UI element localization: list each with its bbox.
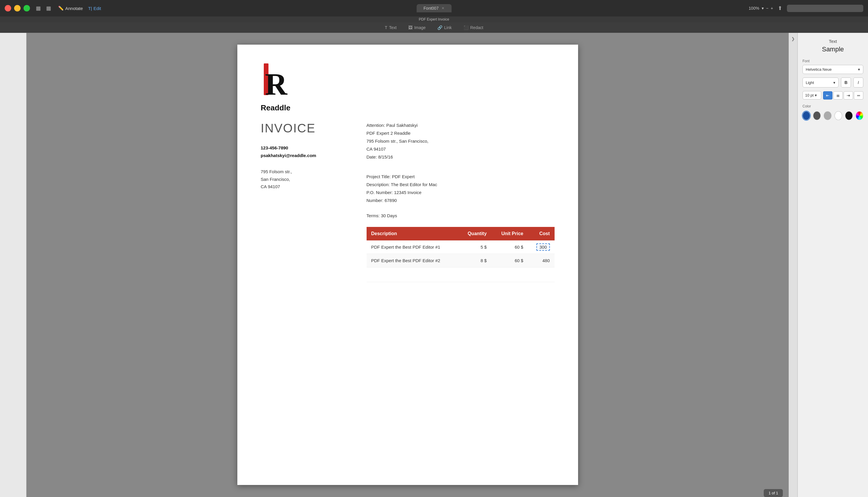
attention-state: CA 94107 [367, 145, 555, 153]
align-center-button[interactable]: ≣ [833, 91, 843, 100]
project-title: Project Title: PDF Expert [367, 173, 555, 181]
search-wrapper [787, 5, 863, 12]
color-white-swatch[interactable] [835, 111, 842, 120]
titlebar: ▦ ▦ ✏️ Annotate T| Edit Font007 ✕ 100% ▾… [0, 0, 868, 16]
panel-collapse-button[interactable]: ❯ [789, 33, 798, 497]
zoom-value: 100% [749, 6, 759, 11]
attention-date: Date: 8/15/16 [367, 153, 555, 161]
align-justify-button[interactable]: ═ [854, 91, 863, 100]
table-row: PDF Expert the Best PDF Editor #2 8 $ 60… [367, 254, 555, 267]
project-desc: Description: The Best Editor for Mac [367, 181, 555, 188]
fullscreen-button[interactable] [24, 5, 30, 12]
link-tool-label: Link [444, 25, 452, 30]
zoom-control[interactable]: 100% ▾ − + [749, 6, 773, 11]
terms-block: Terms: 30 Days [367, 213, 555, 218]
row2-quantity: 8 $ [458, 254, 491, 267]
align-right-button[interactable]: ⇥ [844, 91, 853, 100]
color-swatches [802, 111, 863, 120]
upload-icon[interactable]: ⬆ [778, 5, 782, 12]
pdf-page: R Readdle INVOICE 123-456-7890 psakhatsk… [237, 45, 578, 485]
zoom-increase-button[interactable]: + [771, 6, 773, 11]
attention-address: 795 Folsom str., San Francisco, [367, 137, 555, 145]
align-center-icon: ≣ [836, 93, 840, 98]
color-light-gray-swatch[interactable] [824, 111, 831, 120]
address-line3: CA 94107 [261, 183, 349, 190]
row2-unit-price: 60 $ [491, 254, 528, 267]
redact-tool-label: Redact [470, 25, 483, 30]
row1-unit-price: 60 $ [491, 240, 528, 254]
company-name: Readdle [261, 103, 555, 112]
address-line1: 795 Folsom str., [261, 168, 349, 175]
image-icon: 🖼 [408, 25, 412, 30]
font-style-value: Light [806, 81, 814, 85]
edit-button[interactable]: T| Edit [88, 6, 101, 11]
left-sidebar [0, 33, 26, 497]
logo-svg: R [261, 62, 302, 100]
text-cursor-icon: T| [88, 6, 92, 11]
link-tool-button[interactable]: 🔗 Link [432, 24, 458, 32]
annotate-button[interactable]: ✏️ Annotate [58, 5, 83, 11]
address-info: 795 Folsom str., San Francisco, CA 94107 [261, 168, 349, 190]
text-tool-button[interactable]: T Text [379, 24, 403, 32]
align-justify-icon: ═ [857, 93, 860, 98]
invoice-body: INVOICE 123-456-7890 psakhatskyi@readdle… [261, 121, 555, 282]
svg-text:R: R [265, 67, 288, 100]
titlebar-right: 100% ▾ − + ⬆ [749, 5, 863, 12]
close-tab-button[interactable]: ✕ [442, 6, 445, 10]
project-number: Number: 67890 [367, 196, 555, 204]
panel-content: Text Sample Font Helvetica Neue ▾ Light … [798, 33, 868, 497]
image-tool-label: Image [414, 25, 425, 30]
font-style-row: Light ▾ B I [802, 77, 863, 87]
panel-sample-label: Sample [802, 45, 863, 53]
pencil-icon: ✏️ [58, 5, 64, 11]
font-size-value: 10 pt [805, 93, 814, 98]
sidebar-toggle-icons: ▦ ▦ [36, 5, 51, 12]
chevron-down-icon: ▾ [858, 67, 860, 72]
close-button[interactable] [5, 5, 11, 12]
table-row: PDF Expert the Best PDF Editor #1 5 $ 60… [367, 240, 555, 254]
zoom-decrease-button[interactable]: − [766, 6, 768, 11]
image-tool-button[interactable]: 🖼 Image [403, 24, 432, 32]
col-description: Description [367, 227, 458, 240]
traffic-lights [5, 5, 30, 12]
color-dark-gray-swatch[interactable] [813, 111, 821, 120]
invoice-title: INVOICE [261, 121, 349, 135]
minimize-button[interactable] [14, 5, 20, 12]
row1-quantity: 5 $ [458, 240, 491, 254]
cost-selected-value[interactable]: 300 [536, 243, 550, 251]
table-row-empty [367, 267, 555, 282]
align-left-button[interactable]: ⇤ [823, 91, 832, 100]
email: psakhatskyi@readdle.com [261, 152, 349, 159]
font-size-input[interactable]: 10 pt ▾ [802, 91, 821, 100]
attention-company: PDF Expert 2 Readdle [367, 129, 555, 137]
color-blue-swatch[interactable] [802, 111, 810, 120]
right-column: Attention: Paul Sakhatskyi PDF Expert 2 … [367, 121, 555, 282]
font-style-dropdown[interactable]: Light ▾ [802, 77, 839, 87]
chevron-right-icon: ❯ [791, 37, 795, 41]
pdf-area: R Readdle INVOICE 123-456-7890 psakhatsk… [26, 33, 789, 497]
col-quantity: Quantity [458, 227, 491, 240]
tab-filename: Font007 [423, 6, 438, 11]
grid-icon[interactable]: ▦ [46, 5, 51, 12]
italic-button[interactable]: I [853, 77, 863, 87]
font-section-label: Font [802, 59, 863, 63]
color-rainbow-swatch[interactable] [856, 111, 863, 120]
chevron-down-icon2: ▾ [833, 81, 836, 85]
document-tab[interactable]: Font007 ✕ [417, 4, 451, 12]
text-tool-label: Text [389, 25, 396, 30]
redact-tool-button[interactable]: ⬛ Redact [458, 24, 489, 32]
page-number-badge: 1 of 1 [764, 489, 783, 497]
font-family-dropdown[interactable]: Helvetica Neue ▾ [802, 65, 863, 74]
font-size-row: 10 pt ▾ ⇤ ≣ ⇥ ═ [802, 91, 863, 100]
invoice-table: Description Quantity Unit Price Cost PDF… [367, 227, 555, 282]
zoom-dropdown-icon[interactable]: ▾ [762, 6, 764, 11]
sidebar-icon[interactable]: ▦ [36, 5, 41, 12]
row1-description: PDF Expert the Best PDF Editor #1 [367, 240, 458, 254]
redact-icon: ⬛ [463, 25, 468, 30]
chevron-down-icon3: ▾ [815, 93, 817, 98]
bold-button[interactable]: B [841, 77, 851, 87]
search-input[interactable] [787, 5, 863, 12]
color-black-swatch[interactable] [845, 111, 853, 120]
font-family-value: Helvetica Neue [806, 67, 831, 72]
attention-name: Attention: Paul Sakhatskyi [367, 121, 555, 129]
